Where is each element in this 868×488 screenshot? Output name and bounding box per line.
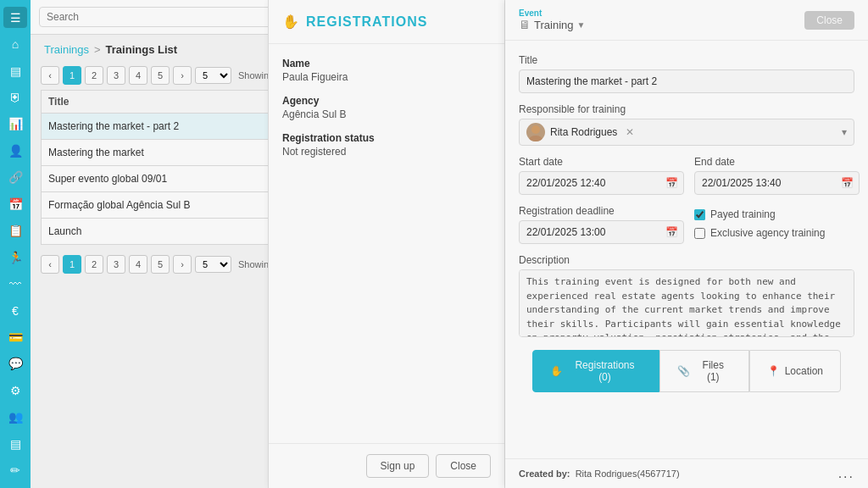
close-detail-button[interactable]: Close — [804, 11, 854, 30]
reg-agency-value: Agência Sul B — [282, 108, 491, 120]
page-4-button[interactable]: 4 — [129, 66, 147, 85]
location-tab-label: Location — [785, 365, 823, 377]
signup-button[interactable]: Sign up — [366, 454, 430, 478]
detail-panel[interactable]: Event 🖥 Training ▼ Close Title R — [505, 0, 868, 488]
detail-footer: Created by: Rita Rodrigues(4567717) ... — [505, 458, 868, 488]
sidebar-chart-icon[interactable]: 📊 — [3, 114, 27, 135]
end-date-label: End date — [694, 156, 860, 168]
tab-location[interactable]: 📍 Location — [749, 350, 841, 392]
registrations-tab-icon: ✋ — [550, 365, 563, 377]
reg-agency-label: Agency — [282, 95, 491, 107]
payed-checkbox-row: Payed training — [694, 208, 854, 220]
sidebar-home-icon[interactable]: ⌂ — [3, 33, 27, 54]
close-registration-button[interactable]: Close — [436, 454, 491, 478]
title-label: Title — [519, 54, 854, 66]
sidebar-shield-icon[interactable]: ⛨ — [3, 86, 27, 108]
page-3-button[interactable]: 3 — [107, 66, 125, 85]
sidebar-card-icon[interactable]: 💳 — [3, 326, 27, 347]
svg-point-1 — [529, 136, 542, 141]
breadcrumb-current: Trainings List — [106, 43, 178, 56]
deadline-field[interactable]: 📅 — [519, 220, 684, 244]
start-date-input[interactable] — [520, 172, 660, 194]
reg-status-field: Registration status Not registered — [282, 132, 491, 158]
reg-name-value: Paula Figueira — [282, 71, 491, 83]
sidebar-link-icon[interactable]: 🔗 — [3, 167, 27, 188]
reg-status-value: Not registered — [282, 146, 491, 158]
reg-status-label: Registration status — [282, 132, 491, 144]
sidebar-wave-icon[interactable]: 〰 — [3, 273, 27, 294]
event-label: Event — [519, 8, 585, 18]
description-label: Description — [519, 254, 854, 266]
registrations-panel[interactable]: ✋ REGISTRATIONS Name Paula Figueira Agen… — [268, 0, 505, 488]
page-1-btn-bottom[interactable]: 1 — [63, 255, 81, 274]
deadline-group: Registration deadline 📅 — [519, 205, 684, 244]
checkboxes-group: Payed training Exclusive agency training — [694, 205, 854, 244]
page-prev-btn-bottom[interactable]: ‹ — [41, 255, 59, 274]
page-4-btn-bottom[interactable]: 4 — [129, 255, 147, 274]
files-tab-label: Files (1) — [695, 359, 732, 383]
registrations-header: ✋ REGISTRATIONS — [269, 0, 504, 44]
registrations-footer: Sign up Close — [269, 443, 504, 488]
title-input[interactable] — [519, 69, 854, 93]
page-next-button[interactable]: › — [173, 66, 192, 85]
page-1-button[interactable]: 1 — [63, 66, 81, 85]
sidebar-users-icon[interactable]: 👥 — [3, 407, 27, 428]
exclusive-checkbox[interactable] — [694, 228, 705, 239]
breadcrumb-parent[interactable]: Trainings — [44, 43, 89, 56]
sidebar-layers-icon[interactable]: ▤ — [3, 433, 27, 454]
event-type-section: Event 🖥 Training ▼ — [519, 8, 585, 31]
detail-tabs: ✋ Registrations (0) 📎 Files (1) 📍 Locati… — [519, 350, 854, 406]
responsible-chevron-icon[interactable]: ▾ — [842, 126, 847, 138]
svg-point-0 — [531, 125, 540, 134]
end-date-input[interactable] — [695, 172, 836, 194]
sidebar-euro-icon[interactable]: € — [3, 300, 27, 321]
sidebar-gear-icon[interactable]: ⚙ — [3, 380, 27, 401]
title-form-group: Title — [519, 54, 854, 93]
reg-name-field: Name Paula Figueira — [282, 58, 491, 83]
description-textarea[interactable]: This training event is designed for both… — [519, 269, 854, 337]
start-date-group: Start date 📅 — [519, 156, 684, 195]
page-size-select-bottom[interactable]: 51025 — [195, 256, 231, 273]
remove-responsible-button[interactable]: ✕ — [626, 126, 634, 138]
end-date-group: End date 📅 — [694, 156, 860, 195]
sidebar-docs-icon[interactable]: ▤ — [3, 60, 27, 81]
responsible-form-group: Responsible for training Rita Rodrigues … — [519, 103, 854, 146]
tab-registrations[interactable]: ✋ Registrations (0) — [532, 350, 659, 392]
event-type-value: Training — [534, 19, 573, 31]
sidebar-calendar-icon[interactable]: 📅 — [3, 193, 27, 214]
sidebar-menu-icon[interactable]: ☰ — [3, 7, 27, 28]
page-size-select[interactable]: 51025 — [195, 67, 231, 84]
event-type-row: 🖥 Training ▼ — [519, 18, 585, 31]
end-date-calendar-icon[interactable]: 📅 — [836, 177, 859, 189]
more-options-button[interactable]: ... — [838, 466, 854, 481]
start-date-field[interactable]: 📅 — [519, 171, 684, 195]
sidebar: ☰ ⌂ ▤ ⛨ 📊 👤 🔗 📅 📋 🏃 〰 € 💳 💬 ⚙ 👥 ▤ ✏ — [0, 0, 31, 488]
sidebar-clipboard-icon[interactable]: 📋 — [3, 220, 27, 241]
sidebar-user-icon[interactable]: 👤 — [3, 140, 27, 161]
page-3-btn-bottom[interactable]: 3 — [107, 255, 125, 274]
location-tab-icon: 📍 — [767, 365, 780, 377]
page-5-btn-bottom[interactable]: 5 — [151, 255, 170, 274]
responsible-field[interactable]: Rita Rodrigues ✕ ▾ — [519, 119, 854, 146]
page-5-button[interactable]: 5 — [151, 66, 170, 85]
deadline-input[interactable] — [520, 221, 660, 243]
sidebar-run-icon[interactable]: 🏃 — [3, 247, 27, 268]
page-next-btn-bottom[interactable]: › — [173, 255, 192, 274]
reg-agency-field: Agency Agência Sul B — [282, 95, 491, 120]
page-prev-button[interactable]: ‹ — [41, 66, 59, 85]
end-date-field[interactable]: 📅 — [694, 171, 860, 195]
page-2-button[interactable]: 2 — [85, 66, 103, 85]
start-date-calendar-icon[interactable]: 📅 — [660, 177, 683, 189]
tab-files[interactable]: 📎 Files (1) — [659, 350, 749, 392]
sidebar-edit-icon[interactable]: ✏ — [3, 459, 27, 480]
exclusive-checkbox-row: Exclusive agency training — [694, 227, 854, 239]
main-content: 🔍 ✕ Trainings > Trainings List ‹ 1 2 3 4… — [31, 0, 868, 488]
deadline-calendar-icon[interactable]: 📅 — [660, 226, 683, 238]
responsible-name: Rita Rodrigues — [550, 126, 617, 138]
registrations-tab-label: Registrations (0) — [568, 359, 642, 383]
page-2-btn-bottom[interactable]: 2 — [85, 255, 103, 274]
created-by-value: Rita Rodrigues(4567717) — [576, 469, 680, 479]
sidebar-chat-icon[interactable]: 💬 — [3, 353, 27, 374]
payed-checkbox[interactable] — [694, 209, 705, 220]
payed-label: Payed training — [710, 208, 776, 220]
